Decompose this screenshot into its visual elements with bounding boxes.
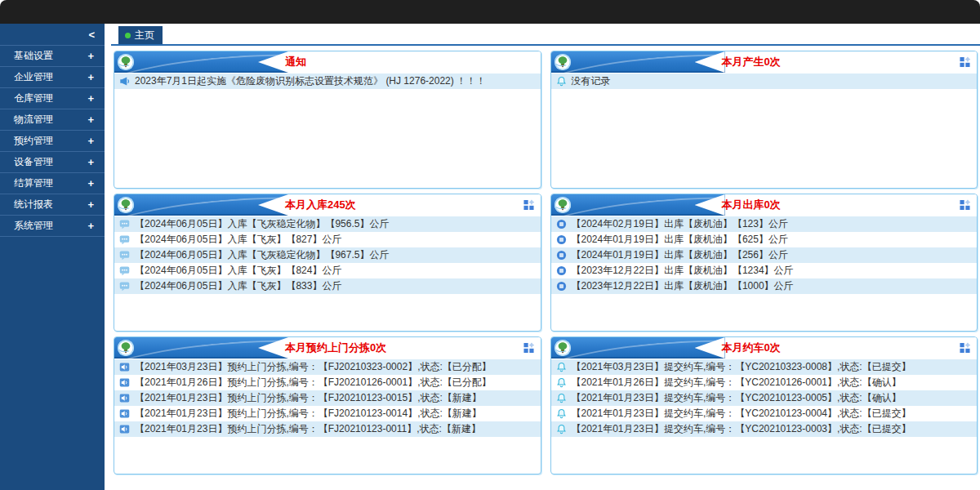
list-item[interactable]: 【2024年02月19日】出库【废机油】【123】公斤 (551, 216, 978, 232)
panel-title: 本月预约上门分拣0次 (285, 337, 386, 359)
panel-header-banner (114, 337, 288, 359)
expand-plus-icon: + (87, 88, 94, 109)
list-item[interactable]: 【2021年03月23日】预约上门分拣,编号：【FJ20210323-0002】… (114, 359, 541, 375)
bell-icon (556, 377, 567, 388)
collapse-chevron-icon: < (88, 29, 95, 41)
tab-underline (111, 44, 980, 46)
sidebar-item-label: 基础设置 (14, 46, 53, 66)
sidebar-item-warehouse-mgmt[interactable]: 仓库管理 + (0, 88, 105, 109)
sidebar-item-appointment-mgmt[interactable]: 预约管理 + (0, 131, 105, 152)
list-item[interactable]: 【2021年01月23日】提交约车,编号：【YC20210123-0005】,状… (551, 390, 978, 406)
outbound-circle-icon (556, 219, 567, 229)
list-item[interactable]: 【2024年06月05日】入库【飞灰稳定化物】【956.5】公斤 (114, 216, 541, 232)
panel-header-banner (551, 194, 725, 216)
bell-icon (556, 362, 567, 372)
list-item[interactable]: 【2024年06月05日】入库【飞灰】【824】公斤 (114, 263, 541, 278)
globe-tree-logo-icon (117, 339, 135, 357)
list-item-text: 【2024年06月05日】入库【飞灰稳定化物】【967.5】公斤 (135, 248, 389, 262)
list-item-text: 【2024年06月05日】入库【飞灰】【833】公斤 (135, 279, 341, 293)
speaker-icon (119, 377, 130, 388)
list-item[interactable]: 【2024年01月19日】出库【废机油】【625】公斤 (551, 232, 978, 247)
panel-monthly-inbound: 本月入库245次 【2024年06月05日】入库【飞灰稳定化物】【956.5】公… (114, 194, 541, 332)
panel-body: 【2021年03月23日】预约上门分拣,编号：【FJ20210323-0002】… (114, 359, 541, 437)
list-item[interactable]: 【2023年12月22日】出库【废机油】【1000】公斤 (551, 278, 978, 294)
comment-icon (119, 265, 130, 276)
speaker-icon (119, 393, 130, 403)
sidebar-item-logistics-mgmt[interactable]: 物流管理 + (0, 109, 105, 131)
list-item[interactable]: 【2021年01月23日】提交约车,编号：【YC20210123-0003】,状… (551, 421, 978, 437)
sidebar-collapse-button[interactable]: < (0, 24, 105, 46)
panel-monthly-produced: 本月产生0次 没有记录 (550, 51, 978, 189)
sidebar-item-equipment-mgmt[interactable]: 设备管理 + (0, 152, 105, 173)
panel-title: 通知 (285, 51, 306, 73)
grid-settings-icon[interactable] (960, 56, 970, 67)
panel-header: 本月入库245次 (114, 194, 541, 216)
sidebar-item-label: 预约管理 (14, 131, 53, 151)
list-item[interactable]: 【2021年01月26日】提交约车,编号：【YC20210126-0001】,状… (551, 375, 978, 390)
list-item-text: 【2021年01月23日】提交约车,编号：【YC20210123-0004】,状… (572, 407, 911, 421)
grid-settings-icon[interactable] (523, 342, 534, 353)
panel-header-banner (114, 194, 288, 216)
comment-icon (119, 250, 130, 261)
sidebar-item-system-mgmt[interactable]: 系统管理 + (0, 216, 105, 237)
outbound-circle-icon (556, 265, 567, 276)
sidebar-item-label: 仓库管理 (14, 88, 53, 109)
list-item-text: 【2021年01月23日】提交约车,编号：【YC20210123-0005】,状… (572, 391, 902, 405)
sidebar-item-basic-settings[interactable]: 基础设置 + (0, 46, 105, 67)
list-item[interactable]: 【2021年03月23日】提交约车,编号：【YC20210323-0008】,状… (551, 359, 978, 375)
list-item[interactable]: 【2021年01月23日】预约上门分拣,编号：【FJ20210123-0015】… (114, 390, 541, 406)
sidebar-item-statistics-reports[interactable]: 统计报表 + (0, 194, 105, 216)
list-item[interactable]: 【2024年06月05日】入库【飞灰】【827】公斤 (114, 232, 541, 247)
speaker-icon (119, 424, 130, 434)
list-item[interactable]: 2023年7月1日起实施《危险废物识别标志设置技术规范》 (HJ 1276-20… (114, 74, 541, 89)
globe-tree-logo-icon (554, 53, 572, 71)
bell-icon (556, 76, 567, 87)
list-item-text: 【2021年01月23日】预约上门分拣,编号：【FJ20210123-0014】… (135, 407, 482, 421)
speaker-icon (119, 408, 130, 419)
globe-tree-logo-icon (554, 196, 572, 214)
panel-monthly-vehicle-booking: 本月约车0次 【2021年03月23日】提交约车,编号：【YC20210323-… (550, 336, 978, 474)
bell-icon (556, 393, 567, 403)
panel-monthly-outbound: 本月出库0次 【2024年02月19日】出库【废机油】【123】公斤 【2024… (550, 194, 978, 332)
expand-plus-icon: + (87, 131, 94, 151)
panel-header-banner (551, 51, 725, 73)
list-item[interactable]: 【2021年01月23日】提交约车,编号：【YC20210123-0004】,状… (551, 406, 978, 421)
sidebar-item-enterprise-mgmt[interactable]: 企业管理 + (0, 67, 105, 88)
bell-icon (556, 424, 567, 434)
sidebar-item-label: 设备管理 (14, 152, 53, 172)
list-item-text: 2023年7月1日起实施《危险废物识别标志设置技术规范》 (HJ 1276-20… (135, 74, 486, 88)
panel-title: 本月约车0次 (722, 337, 781, 359)
panel-header: 本月约车0次 (551, 337, 978, 359)
grid-settings-icon[interactable] (960, 199, 970, 210)
panel-header: 本月预约上门分拣0次 (114, 337, 541, 359)
panel-header-banner (114, 51, 288, 73)
panel-header: 通知 (114, 51, 541, 73)
grid-settings-icon[interactable] (523, 199, 534, 210)
panel-header: 本月产生0次 (551, 51, 978, 73)
comment-icon (119, 281, 130, 292)
list-item[interactable]: 【2021年01月26日】预约上门分拣,编号：【FJ20210126-0001】… (114, 375, 541, 390)
list-item[interactable]: 没有记录 (551, 74, 978, 89)
list-item[interactable]: 【2024年01月19日】出库【废机油】【256】公斤 (551, 247, 978, 263)
list-item-text: 【2021年01月23日】预约上门分拣,编号：【FJ20210123-0011】… (135, 422, 481, 436)
sidebar-item-label: 统计报表 (14, 194, 53, 215)
list-item[interactable]: 【2023年12月22日】出库【废机油】【1234】公斤 (551, 263, 978, 278)
list-item-text: 【2024年06月05日】入库【飞灰】【827】公斤 (135, 233, 341, 247)
list-item[interactable]: 【2024年06月05日】入库【飞灰稳定化物】【967.5】公斤 (114, 247, 541, 263)
dashboard-page: < 基础设置 + 企业管理 + 仓库管理 + 物流管理 + 预约管理 + 设备管… (0, 0, 980, 490)
sidebar-item-settlement-mgmt[interactable]: 结算管理 + (0, 173, 105, 194)
list-item-text: 【2021年01月23日】预约上门分拣,编号：【FJ20210123-0015】… (135, 391, 482, 405)
grid-settings-icon[interactable] (960, 342, 970, 353)
list-item[interactable]: 【2021年01月23日】预约上门分拣,编号：【FJ20210123-0011】… (114, 421, 541, 437)
expand-plus-icon: + (87, 173, 94, 194)
list-item[interactable]: 【2024年06月05日】入库【飞灰】【833】公斤 (114, 278, 541, 294)
sidebar-nav: < 基础设置 + 企业管理 + 仓库管理 + 物流管理 + 预约管理 + 设备管… (0, 24, 105, 490)
tab-home[interactable]: 主页 (118, 26, 163, 44)
list-item-text: 【2021年03月23日】提交约车,编号：【YC20210323-0008】,状… (572, 360, 911, 374)
panel-header-banner (551, 337, 725, 359)
comment-icon (119, 219, 130, 229)
sidebar-item-label: 物流管理 (14, 109, 53, 130)
list-item[interactable]: 【2021年01月23日】预约上门分拣,编号：【FJ20210123-0014】… (114, 406, 541, 421)
panel-body: 没有记录 (551, 73, 978, 89)
comment-icon (119, 234, 130, 245)
